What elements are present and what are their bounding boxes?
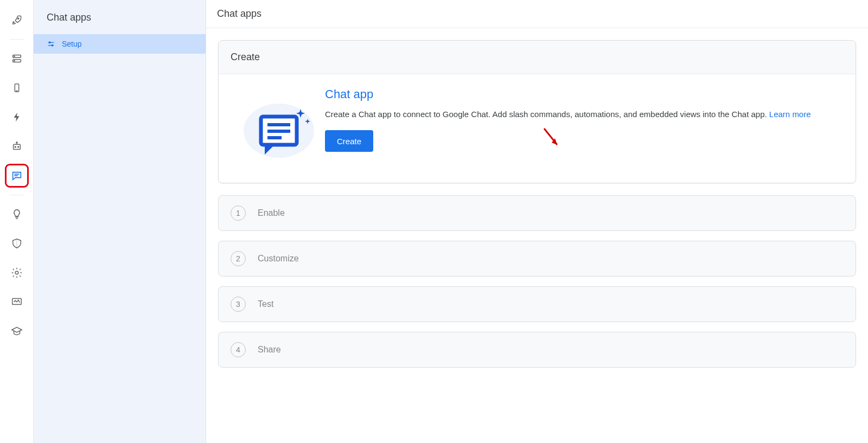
monitor-icon[interactable] bbox=[7, 292, 27, 312]
svg-rect-19 bbox=[52, 44, 53, 46]
step-label: Test bbox=[258, 299, 273, 309]
sidebar-item-setup[interactable]: Setup bbox=[34, 34, 206, 54]
page-title: Chat apps bbox=[206, 0, 868, 28]
svg-rect-18 bbox=[49, 42, 50, 43]
shield-icon[interactable] bbox=[7, 233, 27, 254]
sidebar-item-label: Setup bbox=[62, 40, 82, 48]
step-number: 4 bbox=[231, 342, 246, 357]
app-root: Chat apps Setup Chat apps Create bbox=[0, 0, 868, 443]
step-label: Customize bbox=[258, 254, 299, 264]
svg-rect-24 bbox=[267, 136, 282, 139]
svg-point-14 bbox=[15, 271, 18, 274]
lightbulb-icon[interactable] bbox=[7, 204, 27, 224]
step-label: Share bbox=[258, 345, 281, 355]
sidebar-title: Chat apps bbox=[34, 0, 206, 34]
step-customize[interactable]: 2 Customize bbox=[218, 241, 856, 277]
sidebar: Chat apps Setup bbox=[34, 0, 206, 443]
robot-icon[interactable] bbox=[7, 136, 27, 157]
step-number: 3 bbox=[231, 297, 246, 312]
main-body: Create bbox=[206, 28, 868, 399]
icon-rail bbox=[0, 0, 34, 443]
step-number: 2 bbox=[231, 251, 246, 266]
create-card-header: Create bbox=[219, 41, 856, 74]
svg-point-11 bbox=[17, 146, 18, 147]
device-icon[interactable] bbox=[7, 78, 27, 98]
step-enable[interactable]: 1 Enable bbox=[218, 195, 856, 231]
step-test[interactable]: 3 Test bbox=[218, 286, 856, 322]
svg-point-3 bbox=[14, 56, 14, 56]
svg-rect-7 bbox=[13, 144, 20, 149]
chat-icon[interactable] bbox=[7, 165, 27, 186]
svg-point-0 bbox=[17, 18, 18, 19]
step-share[interactable]: 4 Share bbox=[218, 332, 856, 368]
svg-rect-22 bbox=[267, 123, 290, 126]
create-card-desc-text: Create a Chat app to connect to Google C… bbox=[325, 110, 769, 119]
create-card-description: Create a Chat app to connect to Google C… bbox=[325, 108, 841, 120]
main: Chat apps Create bbox=[206, 0, 868, 443]
rail-separator bbox=[10, 195, 24, 195]
step-number: 1 bbox=[231, 206, 246, 221]
create-card-text: Chat app Create a Chat app to connect to… bbox=[325, 87, 841, 163]
svg-point-10 bbox=[15, 146, 16, 147]
step-label: Enable bbox=[258, 208, 285, 218]
create-card-title: Chat app bbox=[325, 87, 841, 101]
rail-separator bbox=[10, 39, 24, 40]
sliders-icon bbox=[47, 40, 55, 48]
svg-point-4 bbox=[14, 60, 14, 61]
bolt-icon[interactable] bbox=[7, 107, 27, 127]
rocket-icon[interactable] bbox=[7, 10, 27, 30]
learn-more-link[interactable]: Learn more bbox=[769, 110, 811, 119]
svg-rect-23 bbox=[267, 130, 290, 133]
graduation-icon[interactable] bbox=[7, 321, 27, 342]
chat-app-illustration bbox=[233, 87, 325, 163]
storage-icon[interactable] bbox=[7, 48, 27, 69]
create-button[interactable]: Create bbox=[325, 130, 373, 152]
create-card-body: Chat app Create a Chat app to connect to… bbox=[219, 74, 856, 183]
gear-icon[interactable] bbox=[7, 262, 27, 283]
create-card: Create bbox=[218, 40, 856, 183]
